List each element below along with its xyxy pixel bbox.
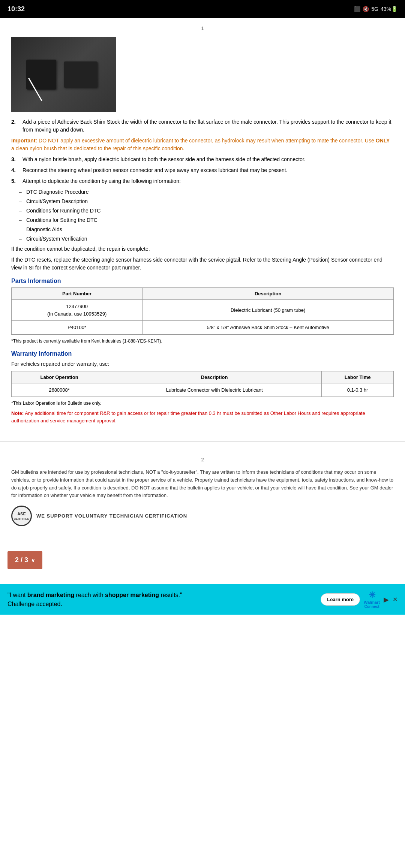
parts-heading: Parts Information <box>11 278 394 284</box>
warranty-col2-header: Description <box>107 371 322 383</box>
walmart-sub-text: Connect <box>364 605 380 609</box>
status-bar: 10:32 ⬛ 🔇 5G 43%🔋 <box>0 0 405 18</box>
ad-text6: Challenge accepted. <box>8 601 62 607</box>
ad-banner: "I want brand marketing reach with shopp… <box>0 584 405 615</box>
image-inner <box>11 37 116 112</box>
chevron-down-icon: ∨ <box>31 557 35 563</box>
ad-close-button[interactable]: ✕ <box>393 596 398 603</box>
important-label: Important: <box>11 138 37 144</box>
ad-right-section: Learn more ✳ Walmart Connect <box>321 590 380 609</box>
warranty-heading: Warranty Information <box>11 350 394 357</box>
connector-right-part <box>64 61 98 88</box>
page2-number: 2 <box>11 457 394 462</box>
sub-item-text: Conditions for Running the DTC <box>26 207 100 215</box>
only-label: ONLY <box>376 138 390 144</box>
ad-text4: shopper marketing <box>105 592 159 598</box>
ad-play-button[interactable]: ▶ <box>384 596 389 604</box>
step3: 3. With a nylon bristle brush, apply die… <box>11 156 394 163</box>
para1: If the condition cannot be duplicated, t… <box>11 245 394 253</box>
parts-col1-header: Part Number <box>12 288 142 300</box>
step5-number: 5. <box>11 177 22 185</box>
page1-number: 1 <box>11 25 394 31</box>
pagination-label: 2 / 3 <box>15 556 28 564</box>
page2-content: 2 GM bulletins are intended for use by p… <box>0 449 405 540</box>
list-item: – Circuit/System Verification <box>19 235 394 243</box>
warranty-col1-header: Labor Operation <box>12 371 107 383</box>
labor-op: 2680008* <box>12 383 107 397</box>
table-row: P40100* 5/8" x 1/8" Adhesive Back Shim S… <box>12 321 394 335</box>
walmart-logo: ✳ Walmart Connect <box>364 590 380 609</box>
parts-table: Part Number Description 12377900(In Cana… <box>11 287 394 335</box>
table-row: 12377900(In Canada, use 10953529) Dielec… <box>12 300 394 321</box>
list-item: – Conditions for Running the DTC <box>19 207 394 215</box>
step3-text: With a nylon bristle brush, apply dielec… <box>22 156 394 163</box>
ad-text1: "I want <box>8 592 27 598</box>
important-body2: a clean nylon brush that is dedicated to… <box>11 145 184 151</box>
warranty-note2: Note: Any additional time for component … <box>11 410 394 424</box>
step3-number: 3. <box>11 156 22 163</box>
walmart-brand-text: Walmart <box>364 600 380 605</box>
para2: If the DTC resets, replace the steering … <box>11 256 394 272</box>
list-item: – Circuit/System Description <box>19 198 394 205</box>
sound-icon: 🔇 <box>363 6 369 12</box>
labor-time: 0.1-0.3 hr <box>322 383 394 397</box>
ase-logo-text: ASECERTIFIED <box>14 512 29 521</box>
step2-number: 2. <box>11 118 22 134</box>
sub-item-text: Diagnostic Aids <box>26 226 62 233</box>
sub-list: – DTC Diagnostic Procedure – Circuit/Sys… <box>19 188 394 243</box>
sub-item-text: DTC Diagnostic Procedure <box>26 188 89 196</box>
important-warning: Important: DO NOT apply an excessive amo… <box>11 137 394 153</box>
part-desc-2: 5/8" x 1/8" Adhesive Back Shim Stock – K… <box>142 321 394 335</box>
connector-image <box>11 37 116 112</box>
step4-text: Reconnect the steering wheel position se… <box>22 166 394 174</box>
status-time: 10:32 <box>8 5 25 13</box>
walmart-spark-icon: ✳ <box>369 590 375 600</box>
warranty-note-text: Any additional time for component R&R to… <box>11 410 365 424</box>
pagination-container: 2 / 3 ∨ <box>0 540 405 577</box>
step5-text: Attempt to duplicate the condition by us… <box>22 177 394 185</box>
warranty-table: Labor Operation Description Labor Time 2… <box>11 371 394 397</box>
ase-certification-text: WE SUPPORT VOLUNTARY TECHNICIAN CERTIFIC… <box>36 513 187 519</box>
bluetooth-icon: ⬛ <box>354 6 360 12</box>
parts-col2-header: Description <box>142 288 394 300</box>
step4: 4. Reconnect the steering wheel position… <box>11 166 394 174</box>
ad-text: "I want brand marketing reach with shopp… <box>8 591 317 609</box>
step5: 5. Attempt to duplicate the condition by… <box>11 177 394 185</box>
part-number-2: P40100* <box>12 321 142 335</box>
sub-item-text: Circuit/System Verification <box>26 235 87 243</box>
table-row: 2680008* Lubricate Connector with Dielec… <box>12 383 394 397</box>
parts-note: *This product is currently available fro… <box>11 338 394 344</box>
warranty-note-label: Note: <box>11 410 24 416</box>
ad-text5: results." <box>159 592 182 598</box>
pagination-button[interactable]: 2 / 3 ∨ <box>8 551 42 569</box>
connector-left-part <box>26 60 56 90</box>
ad-text2: brand marketing <box>27 592 74 598</box>
important-body: DO NOT apply an excessive amount of diel… <box>37 138 375 144</box>
sub-item-text: Conditions for Setting the DTC <box>26 216 98 224</box>
warranty-intro: For vehicles repaired under warranty, us… <box>11 360 394 368</box>
warranty-col3-header: Labor Time <box>322 371 394 383</box>
step2: 2. Add a piece of Adhesive Back Shim Sto… <box>11 118 394 134</box>
ase-section: ASECERTIFIED WE SUPPORT VOLUNTARY TECHNI… <box>11 506 394 526</box>
page1-content: 1 2. Add a piece of Adhesive Back Shim S… <box>0 18 405 434</box>
status-icons: ⬛ 🔇 5G 43%🔋 <box>354 6 398 12</box>
list-item: – Conditions for Setting the DTC <box>19 216 394 224</box>
battery-icon: 43%🔋 <box>381 6 398 12</box>
page-divider <box>0 441 405 442</box>
step2-text: Add a piece of Adhesive Back Shim Stock … <box>22 118 394 134</box>
learn-more-button[interactable]: Learn more <box>321 593 360 606</box>
warranty-note1: *This Labor Operation is for Bulletin us… <box>11 400 394 407</box>
ase-logo: ASECERTIFIED <box>11 506 32 526</box>
sub-item-text: Circuit/System Description <box>26 198 88 205</box>
labor-desc: Lubricate Connector with Dielectric Lubr… <box>107 383 322 397</box>
list-item: – Diagnostic Aids <box>19 226 394 233</box>
network-icon: 5G <box>371 6 378 12</box>
gm-disclaimer: GM bulletins are intended for use by pro… <box>11 468 394 500</box>
ad-text3: reach with <box>74 592 105 598</box>
step4-number: 4. <box>11 166 22 174</box>
part-desc-1: Dielectric Lubricant (50 gram tube) <box>142 300 394 321</box>
part-number-1: 12377900(In Canada, use 10953529) <box>12 300 142 321</box>
list-item: – DTC Diagnostic Procedure <box>19 188 394 196</box>
